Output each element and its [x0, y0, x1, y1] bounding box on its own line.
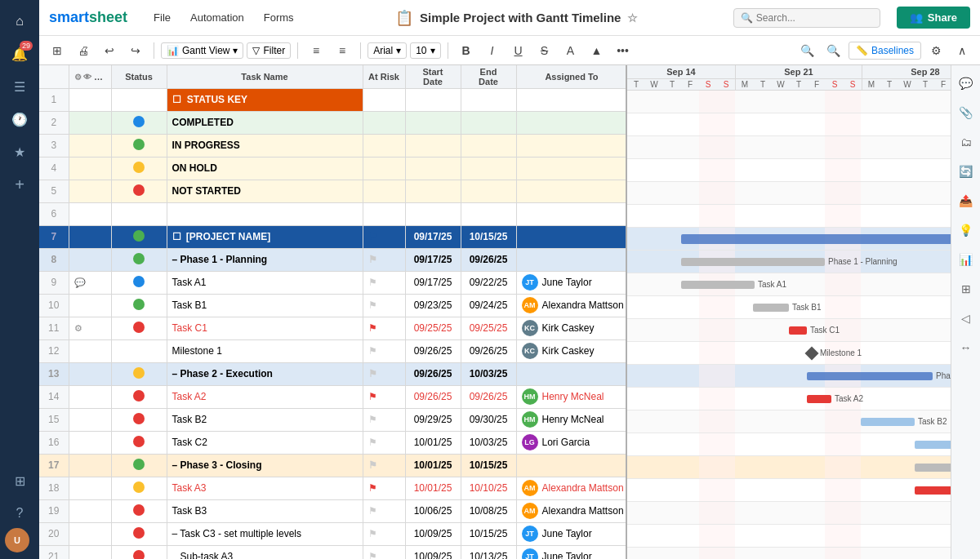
text-color-btn[interactable]: A: [559, 39, 582, 62]
collapse-btn[interactable]: ∧: [951, 39, 973, 62]
sidebar-help[interactable]: ?: [5, 499, 34, 528]
row-task[interactable]: Task B1: [167, 294, 363, 317]
user-avatar[interactable]: U: [5, 528, 29, 552]
gantt-row-17: [627, 456, 951, 479]
sidebar-recents[interactable]: 🕐: [5, 104, 34, 134]
table-row: 3 IN PROGRESS: [39, 134, 627, 157]
view-select[interactable]: 📊 Gantt View ▾: [161, 42, 243, 59]
sidebar-apps[interactable]: ⊞: [5, 466, 34, 495]
strikethrough-btn[interactable]: S: [533, 39, 556, 62]
row-num: 1: [39, 88, 69, 111]
row-task[interactable]: ☐ STATUS KEY: [167, 88, 363, 111]
menu-file[interactable]: File: [147, 8, 177, 27]
rs-activity[interactable]: 🔄: [955, 160, 978, 183]
rs-expand[interactable]: ↔: [955, 336, 978, 359]
search-input[interactable]: [756, 12, 871, 24]
row-icons: [69, 88, 111, 111]
row-task[interactable]: ☐ [PROJECT NAME]: [167, 225, 363, 248]
table-row: 15 Task B2 ⚑ 09/29/25 09/30/25 HM Henry …: [39, 408, 627, 431]
rs-left-panel[interactable]: ◁: [955, 307, 978, 330]
rs-sheet-info[interactable]: 🗂: [955, 131, 978, 153]
gantt-bar-taskc1: [789, 326, 807, 335]
sidebar-home[interactable]: ⌂: [5, 7, 34, 36]
sep4: [448, 42, 448, 59]
row-task[interactable]: Task B2: [167, 408, 363, 431]
align-left-btn[interactable]: ≡: [305, 39, 327, 62]
redo-btn[interactable]: ↪: [124, 39, 147, 62]
gantt-bar-taska2-label: Task A2: [835, 394, 863, 403]
row-task[interactable]: COMPLETED: [167, 111, 363, 134]
col-task-header[interactable]: Task Name: [167, 65, 363, 88]
align-right-btn[interactable]: ≡: [331, 39, 354, 62]
rs-chart[interactable]: 📊: [955, 248, 978, 271]
col-start-header[interactable]: StartDate: [405, 65, 461, 88]
share-button[interactable]: 👥 Share: [897, 7, 970, 29]
sidebar-notifications[interactable]: 🔔 29: [5, 39, 34, 69]
more-btn[interactable]: •••: [612, 39, 635, 62]
gantt-row-11: Task C1: [627, 319, 951, 342]
gantt-bar-phase3: [915, 464, 951, 472]
menu-forms[interactable]: Forms: [257, 8, 301, 27]
sidebar-favorites[interactable]: ★: [5, 137, 34, 166]
filter-btn[interactable]: ▽ Filter: [247, 42, 291, 59]
table-row: 12 Milestone 1 ⚑ 09/26/25 09/26/25 KC Ki…: [39, 339, 627, 362]
assignee-name: Henry McNeal: [542, 414, 604, 425]
gantt-milestone-1: [805, 347, 819, 361]
rs-attach[interactable]: 📎: [955, 101, 978, 124]
row-task[interactable]: Task B3: [167, 499, 363, 522]
grid-view-btn[interactable]: ⊞: [46, 39, 69, 62]
rs-comments[interactable]: 💬: [955, 72, 978, 95]
print-btn[interactable]: 🖨: [72, 39, 95, 62]
gantt-row-12: Milestone 1: [627, 342, 951, 365]
table-row: 16 Task C2 ⚑ 10/01/25 10/03/25 LG Lori G…: [39, 431, 627, 454]
gantt-row-20: [627, 525, 951, 548]
table-row: 9 💬 Task A1 ⚑ 09/17/25 09/22/25 JT June …: [39, 271, 627, 294]
sidebar-browse[interactable]: ☰: [5, 72, 34, 101]
rs-smartapp[interactable]: 💡: [955, 219, 978, 242]
dropdown-icon: ▾: [233, 45, 238, 56]
table-row: 17 – Phase 3 - Closing ⚑ 10/01/25 10/15/…: [39, 454, 627, 477]
row-task[interactable]: – Phase 2 - Execution: [167, 362, 363, 385]
col-status-header[interactable]: Status: [111, 65, 167, 88]
row-task[interactable]: NOT STARTED: [167, 180, 363, 202]
row-task[interactable]: Milestone 1: [167, 339, 363, 362]
row-task[interactable]: – Task C3 - set multiple levels: [167, 522, 363, 545]
font-select[interactable]: Arial ▾: [368, 42, 407, 59]
zoom-in-btn[interactable]: 🔍: [822, 39, 845, 62]
italic-btn[interactable]: I: [481, 39, 504, 62]
rs-grid[interactable]: ⊞: [955, 277, 978, 300]
table-row: 2 COMPLETED: [39, 111, 627, 134]
avatar-kc: KC: [522, 343, 538, 359]
row-task[interactable]: – Phase 1 - Planning: [167, 248, 363, 271]
fill-color-btn[interactable]: ▲: [586, 39, 608, 62]
menu-automation[interactable]: Automation: [184, 8, 251, 27]
col-end-header[interactable]: EndDate: [461, 65, 516, 88]
row-status: [111, 88, 167, 111]
gantt-area[interactable]: Sep 14 T W T F S S Sep 21 M T: [627, 65, 951, 559]
gantt-row-3: [627, 136, 951, 159]
row-task[interactable]: Task A3: [167, 477, 363, 499]
row-task[interactable]: – Phase 3 - Closing: [167, 454, 363, 477]
gantt-settings-btn[interactable]: ⚙: [924, 39, 947, 62]
row-task[interactable]: Task C2: [167, 431, 363, 454]
favorite-star[interactable]: ☆: [627, 11, 638, 24]
size-select[interactable]: 10 ▾: [410, 42, 440, 59]
row-task[interactable]: Sub-task A3: [167, 545, 363, 559]
row-task[interactable]: Task A2: [167, 385, 363, 408]
row-task[interactable]: Task A1: [167, 271, 363, 294]
row-task[interactable]: ON HOLD: [167, 157, 363, 180]
underline-btn[interactable]: U: [507, 39, 530, 62]
undo-btn[interactable]: ↩: [98, 39, 121, 62]
bold-btn[interactable]: B: [455, 39, 478, 62]
baselines-btn[interactable]: 📏 Baselines: [849, 42, 921, 60]
sidebar-add[interactable]: +: [5, 170, 34, 199]
avatar-am: AM: [522, 503, 538, 519]
col-assigned-header[interactable]: Assigned To: [516, 65, 627, 88]
row-task[interactable]: IN PROGRESS: [167, 134, 363, 157]
sep3: [360, 42, 361, 59]
col-atrisk-header[interactable]: At Risk: [363, 65, 405, 88]
zoom-out-btn[interactable]: 🔍: [796, 39, 819, 62]
gantt-row-5: [627, 182, 951, 205]
rs-publish[interactable]: 📤: [955, 189, 978, 212]
row-task[interactable]: Task C1: [167, 317, 363, 339]
